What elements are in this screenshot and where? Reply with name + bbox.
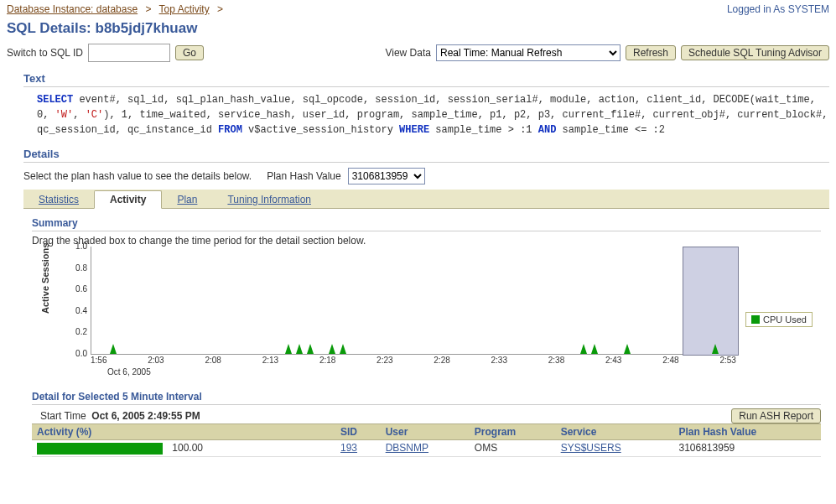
view-data-select[interactable]: Real Time: Manual Refresh xyxy=(436,44,621,61)
select-plan-label: Select the plan hash value to see the de… xyxy=(23,170,252,182)
summary-header: Summary xyxy=(32,217,821,231)
run-ash-button[interactable]: Run ASH Report xyxy=(731,408,821,423)
legend-swatch-icon xyxy=(751,315,760,324)
details-tabs: Statistics Activity Plan Tuning Informat… xyxy=(23,190,829,209)
chart-legend: CPU Used xyxy=(745,312,813,327)
tab-plan[interactable]: Plan xyxy=(162,191,212,208)
text-header: Text xyxy=(23,72,829,87)
refresh-button[interactable]: Refresh xyxy=(626,45,676,60)
x-axis-ticks: 1:562:032:082:132:182:232:282:332:382:43… xyxy=(91,356,736,365)
start-time-label: Start Time xyxy=(40,410,86,422)
schedule-tuning-button[interactable]: Schedule SQL Tuning Advisor xyxy=(681,45,829,60)
y-axis-label: Active Sessions xyxy=(40,243,50,314)
chevron-right-icon: > xyxy=(212,3,228,15)
plan-hash-label: Plan Hash Value xyxy=(267,170,341,182)
logged-in-label: Logged in As SYSTEM xyxy=(727,3,829,15)
tab-statistics[interactable]: Statistics xyxy=(23,191,94,208)
col-plan[interactable]: Plan Hash Value xyxy=(673,424,821,440)
breadcrumb-db[interactable]: Database Instance: database xyxy=(7,3,138,15)
detail-table: Activity (%) SID User Program Service Pl… xyxy=(32,423,821,457)
col-sid[interactable]: SID xyxy=(335,424,381,440)
tab-activity[interactable]: Activity xyxy=(94,190,162,209)
plan-hash-select[interactable]: 3106813959 xyxy=(348,168,425,184)
col-program[interactable]: Program xyxy=(470,424,556,440)
chevron-right-icon: > xyxy=(140,3,156,15)
x-axis-subtitle: Oct 6, 2005 xyxy=(107,367,151,377)
go-button[interactable]: Go xyxy=(175,45,204,60)
activity-chart[interactable]: Active Sessions 0.00.20.40.60.81.0 1:562… xyxy=(40,247,821,372)
switch-label: Switch to SQL ID xyxy=(7,47,83,59)
detail-header: Detail for Selected 5 Minute Interval xyxy=(32,391,821,405)
breadcrumb-bar: Database Instance: database > Top Activi… xyxy=(7,3,829,15)
drag-hint: Drag the shaded box to change the time p… xyxy=(32,235,821,247)
sql-id-input[interactable] xyxy=(88,44,170,62)
start-time-value: Oct 6, 2005 2:49:55 PM xyxy=(91,410,200,422)
col-activity[interactable]: Activity (%) xyxy=(32,424,335,440)
table-row: 100.00193DBSNMPOMSSYS$USERS3106813959 xyxy=(32,440,821,457)
sql-text: SELECT event#, sql_id, sql_plan_hash_val… xyxy=(23,92,829,138)
view-data-label: View Data xyxy=(385,47,430,59)
col-user[interactable]: User xyxy=(381,424,470,440)
details-header: Details xyxy=(23,148,829,163)
breadcrumb-top-activity[interactable]: Top Activity xyxy=(159,3,210,15)
col-service[interactable]: Service xyxy=(556,424,674,440)
time-selection-box[interactable] xyxy=(683,247,739,356)
page-title: SQL Details: b8b5jdj7khuaw xyxy=(7,20,829,37)
tab-tuning[interactable]: Tuning Information xyxy=(212,191,326,208)
